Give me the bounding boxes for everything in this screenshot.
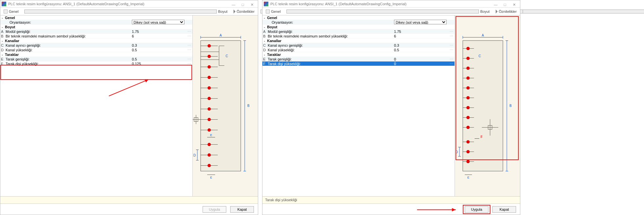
collapse-icon[interactable]: - — [0, 25, 4, 29]
tab-boyut[interactable]: Boyut — [285, 9, 491, 14]
window-title: PLC teknik resim konfigürasyonu: ANSI_1 … — [8, 0, 144, 8]
doc-icon — [266, 10, 270, 13]
svg-rect-2 — [201, 41, 241, 171]
collapse-icon[interactable]: - — [0, 15, 4, 20]
collapse-icon[interactable]: - — [262, 25, 266, 29]
status-bar: Tarak dişi yüksekliği — [262, 196, 520, 203]
apply-button[interactable]: Uygula — [203, 206, 226, 213]
collapse-icon[interactable]: - — [0, 52, 4, 57]
tab-genel[interactable]: Genel — [2, 9, 20, 14]
tab-genel[interactable]: Genel — [264, 9, 283, 14]
apply-button[interactable]: Uygula — [465, 206, 488, 213]
arrow-annotation — [106, 78, 152, 98]
close-button[interactable]: ✕ — [509, 1, 519, 7]
footer: Uygula Kapat — [0, 203, 258, 215]
app-icon — [2, 2, 6, 6]
svg-text:D: D — [456, 150, 458, 154]
collapse-icon[interactable]: - — [0, 38, 4, 43]
app-icon — [264, 2, 268, 6]
tabbar: Genel Boyut Öznitelikler Düzen Bağlantı … — [262, 8, 520, 15]
svg-text:A: A — [482, 34, 484, 37]
window-right: PLC teknik resim konfigürasyonu: ANSI_1 … — [262, 0, 520, 215]
svg-text:C: C — [479, 54, 481, 58]
tab-duzen[interactable]: Düzen — [521, 9, 644, 14]
tab-boyut[interactable]: Boyut — [22, 9, 229, 14]
svg-text:D: D — [193, 154, 196, 157]
property-grid[interactable]: -Genel Oryantasyon:Dikey (sol veya sağ) … — [262, 15, 455, 196]
close-dialog-button[interactable]: Kapat — [230, 206, 254, 213]
close-button[interactable]: ✕ — [247, 1, 257, 7]
svg-text:B: B — [247, 104, 250, 108]
svg-text:E: E — [210, 133, 212, 137]
grid-icon — [286, 10, 479, 13]
orientation-select[interactable]: Dikey (sol veya sağ) — [132, 20, 185, 24]
arrow-annotation — [417, 206, 460, 214]
tag-icon — [234, 10, 235, 13]
svg-text:B: B — [509, 104, 512, 108]
svg-text:A: A — [220, 34, 222, 37]
property-grid[interactable]: -Genel Oryantasyon:Dikey (sol veya sağ) … — [0, 15, 193, 196]
preview-pane-left: A B C D E E — [193, 15, 258, 196]
collapse-icon[interactable]: - — [262, 52, 266, 57]
svg-line-0 — [109, 80, 148, 96]
selected-row[interactable]: FTarak dişi yüksekliği:0⋯ — [262, 61, 455, 66]
minimize-button[interactable]: — — [229, 1, 238, 7]
tabbar: Genel Boyut Öznitelikler Düzen Bağlantı … — [0, 8, 258, 15]
window-left: PLC teknik resim konfigürasyonu: ANSI_1 … — [0, 0, 258, 215]
minimize-button[interactable]: — — [491, 1, 500, 7]
svg-text:F: F — [481, 135, 483, 139]
close-dialog-button[interactable]: Kapat — [492, 206, 516, 213]
status-bar — [0, 196, 258, 203]
layout-icon — [523, 10, 644, 13]
highlight-box — [0, 65, 192, 80]
titlebar: PLC teknik resim konfigürasyonu: ANSI_1 … — [0, 0, 258, 8]
svg-marker-98 — [452, 208, 456, 211]
row-value[interactable]: Dikey (sol veya sağ) — [131, 20, 186, 25]
tab-oznitelikler[interactable]: Öznitelikler — [494, 9, 519, 14]
orientation-select[interactable]: Dikey (sol veya sağ) — [394, 20, 447, 24]
titlebar: PLC teknik resim konfigürasyonu: ANSI_1 … — [262, 0, 520, 8]
footer: Uygula Kapat — [262, 203, 520, 215]
svg-text:C: C — [226, 54, 228, 58]
svg-marker-1 — [144, 79, 148, 83]
preview-pane-right: A B C F D E — [455, 15, 520, 196]
collapse-icon[interactable]: - — [262, 15, 266, 20]
tab-oznitelikler[interactable]: Öznitelikler — [232, 9, 257, 14]
window-title: PLC teknik resim konfigürasyonu: ANSI_1 … — [270, 0, 407, 8]
row-label: Oryantasyon: — [9, 20, 131, 25]
svg-text:E: E — [467, 176, 469, 179]
tag-icon — [496, 10, 498, 13]
doc-icon — [4, 10, 8, 13]
maximize-button[interactable]: □ — [500, 1, 509, 7]
maximize-button[interactable]: □ — [238, 1, 247, 7]
grid-icon — [24, 10, 217, 13]
svg-text:E: E — [210, 176, 212, 179]
collapse-icon[interactable]: - — [262, 38, 266, 43]
